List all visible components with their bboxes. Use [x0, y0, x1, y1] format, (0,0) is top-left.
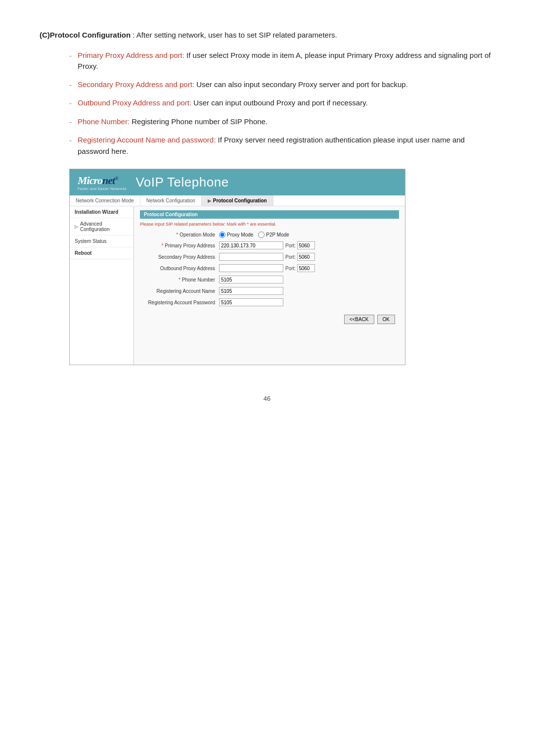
bullet-text: User can input outbound Proxy and port i…: [193, 98, 367, 107]
button-row: <<BACK OK: [140, 310, 399, 327]
bullet-content: Outbound Proxy Address and port: User ca…: [78, 97, 368, 109]
field-label-phone-number: * Phone Number: [140, 277, 219, 283]
logo-wordmark: Micronet®: [78, 174, 118, 187]
field-label-outbound-proxy: Outbound Proxy Address: [140, 266, 219, 271]
nav-protocol-label: Protocol Configuration: [213, 198, 267, 203]
sidebar-label: System Status: [75, 238, 106, 244]
logo-micro: Micro: [78, 174, 102, 187]
ui-logo: Micronet® Faster and Easier Networks: [78, 174, 127, 190]
secondary-proxy-port: Port:: [285, 253, 315, 261]
field-label-account-name: Registering Account Name: [140, 288, 219, 294]
sidebar-label: Reboot: [75, 250, 91, 256]
port-label: Port:: [285, 254, 296, 260]
form-row-phone-number: * Phone Number: [140, 276, 399, 284]
ok-button[interactable]: OK: [377, 315, 395, 324]
bullet-list: - Primary Proxy Address and port: If use…: [69, 50, 494, 157]
radio-proxy-mode[interactable]: Proxy Mode: [219, 232, 253, 238]
field-label-account-password: Registering Account Password: [140, 300, 219, 305]
ui-header: Micronet® Faster and Easier Networks VoI…: [70, 169, 405, 195]
list-item: - Registering Account Name and password:…: [69, 135, 494, 157]
sidebar-arrow-icon: ▷: [75, 224, 78, 229]
radio-group-operation-mode: Proxy Mode P2P Mode: [219, 232, 289, 238]
dash-icon: -: [69, 98, 72, 109]
back-button[interactable]: <<BACK: [344, 315, 374, 324]
list-item: - Phone Number: Registering Phone number…: [69, 116, 494, 128]
port-label: Port:: [285, 243, 296, 248]
bullet-label: Primary Proxy Address and port:: [78, 51, 184, 59]
bullet-content: Secondary Proxy Address and port: User c…: [78, 79, 408, 91]
field-label-primary-proxy: * Primary Proxy Address: [140, 243, 219, 248]
form-row-secondary-proxy: Secondary Proxy Address Port:: [140, 253, 399, 261]
ui-nav: Network Connection Mode Network Configur…: [70, 195, 405, 206]
bullet-label: Registering Account Name and password:: [78, 136, 216, 144]
section-label: (C)Protocol Configuration: [40, 31, 133, 39]
dash-icon: -: [69, 117, 72, 128]
required-mark: *: [162, 243, 164, 248]
form-row-account-password: Registering Account Password: [140, 298, 399, 306]
bullet-label: Outbound Proxy Address and port:: [78, 98, 191, 107]
radio-proxy-input[interactable]: [219, 232, 225, 238]
form-row-account-name: Registering Account Name: [140, 287, 399, 295]
dash-icon: -: [69, 135, 72, 146]
bullet-content: Registering Account Name and password: I…: [78, 135, 494, 157]
ui-main: Protocol Configuration Please input SIP …: [134, 206, 405, 365]
field-label-secondary-proxy: Secondary Proxy Address: [140, 254, 219, 260]
secondary-proxy-input[interactable]: [219, 253, 283, 261]
dash-icon: -: [69, 80, 72, 91]
ui-panel: Micronet® Faster and Easier Networks VoI…: [69, 169, 405, 365]
radio-p2p-label: P2P Mode: [266, 232, 289, 237]
outbound-proxy-input[interactable]: [219, 264, 283, 272]
dash-icon: -: [69, 50, 72, 62]
nav-protocol-config[interactable]: ▶ Protocol Configuration: [202, 195, 273, 206]
port-label: Port:: [285, 266, 296, 271]
bullet-content: Primary Proxy Address and port: If user …: [78, 50, 494, 72]
account-password-input[interactable]: [219, 298, 283, 306]
list-item: - Secondary Proxy Address and port: User…: [69, 79, 494, 91]
nav-arrow-icon: ▶: [208, 198, 211, 203]
nav-network-connection[interactable]: Network Connection Mode: [70, 195, 140, 206]
list-item: - Primary Proxy Address and port: If use…: [69, 50, 494, 72]
radio-proxy-label: Proxy Mode: [227, 232, 253, 237]
required-mark: *: [177, 232, 178, 237]
hint-text: Please input SIP related parameters belo…: [140, 222, 276, 227]
field-label-operation-mode: * Operation Mode: [140, 232, 219, 237]
bullet-text: Registering Phone number of SIP Phone.: [132, 117, 267, 126]
logo-sub: Faster and Easier Networks: [78, 187, 127, 190]
secondary-proxy-port-input[interactable]: [297, 253, 315, 261]
sidebar-item-reboot[interactable]: Reboot: [70, 247, 134, 259]
account-name-input[interactable]: [219, 287, 283, 295]
outbound-proxy-port-input[interactable]: [297, 264, 315, 272]
sidebar-item-installation-wizard[interactable]: Installation Wizard: [70, 206, 134, 218]
list-item: - Outbound Proxy Address and port: User …: [69, 97, 494, 109]
logo-net: net: [102, 174, 115, 187]
phone-number-input[interactable]: [219, 276, 283, 284]
proto-heading: Protocol Configuration: [140, 210, 399, 219]
radio-p2p-input[interactable]: [258, 232, 265, 238]
primary-proxy-input[interactable]: [219, 241, 283, 249]
outbound-proxy-port: Port:: [285, 264, 315, 272]
page-number: 46: [40, 395, 494, 402]
form-row-operation-mode: * Operation Mode Proxy Mode P2P Mode: [140, 232, 399, 238]
ui-title: VoIP Telephone: [135, 175, 228, 190]
bullet-content: Phone Number: Registering Phone number o…: [78, 116, 267, 128]
sidebar-item-advanced-config[interactable]: ▷ Advanced Configuration: [70, 218, 134, 236]
primary-proxy-port-input[interactable]: [297, 241, 315, 249]
form-row-outbound-proxy: Outbound Proxy Address Port:: [140, 264, 399, 272]
sidebar-label: Installation Wizard: [75, 209, 118, 215]
proto-hint: Please input SIP related parameters belo…: [140, 222, 399, 227]
ui-body: Installation Wizard ▷ Advanced Configura…: [70, 206, 405, 365]
bullet-label: Secondary Proxy Address and port:: [78, 80, 194, 89]
section-header: (C)Protocol Configuration : After settin…: [40, 30, 494, 41]
bullet-text: User can also input secondary Proxy serv…: [196, 80, 408, 89]
primary-proxy-port: Port:: [285, 241, 315, 249]
radio-p2p-mode[interactable]: P2P Mode: [258, 232, 289, 238]
document-content: (C)Protocol Configuration : After settin…: [40, 30, 494, 402]
required-mark: *: [178, 277, 180, 283]
sidebar-label: Advanced Configuration: [80, 221, 129, 232]
sidebar-item-system-status[interactable]: System Status: [70, 236, 134, 247]
form-row-primary-proxy: * Primary Proxy Address Port:: [140, 241, 399, 249]
nav-network-config[interactable]: Network Configuration: [140, 195, 202, 206]
ui-sidebar: Installation Wizard ▷ Advanced Configura…: [70, 206, 134, 365]
bullet-label: Phone Number:: [78, 117, 130, 126]
